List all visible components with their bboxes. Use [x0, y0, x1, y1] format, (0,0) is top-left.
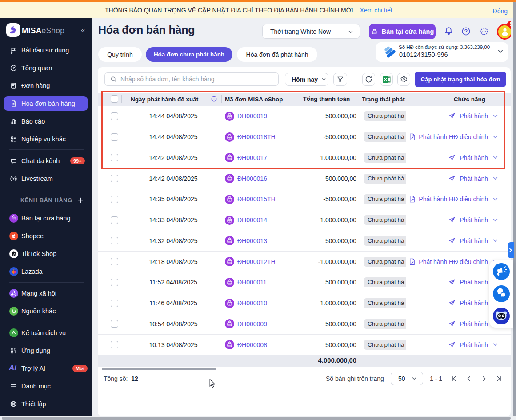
- svg-text:S: S: [13, 235, 15, 238]
